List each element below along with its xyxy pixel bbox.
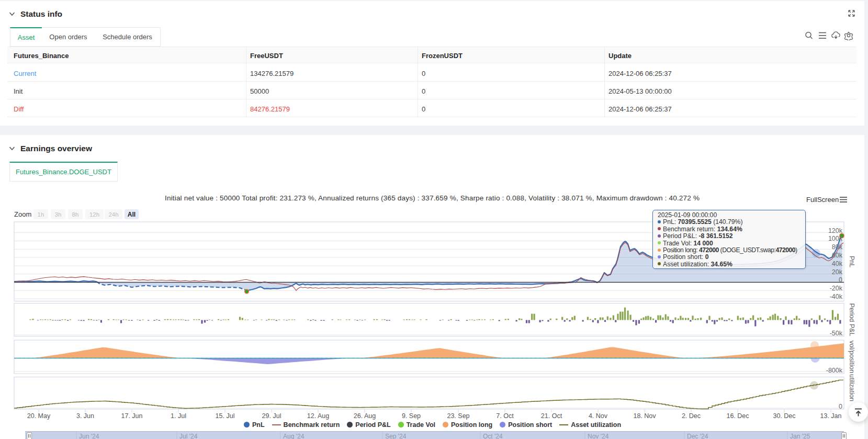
svg-text:Period P&L: Period P&L	[848, 303, 855, 336]
svg-text:3. Jun: 3. Jun	[76, 412, 94, 420]
svg-text:0: 0	[839, 403, 842, 410]
svg-text:18. Nov: 18. Nov	[633, 412, 656, 420]
svg-text:vol/position: vol/position	[848, 341, 855, 374]
svg-text:2. Dec: 2. Dec	[682, 412, 701, 420]
svg-text:12. Aug: 12. Aug	[307, 412, 329, 420]
svg-text:Aug '24: Aug '24	[283, 433, 305, 439]
svg-text:9. Sep: 9. Sep	[402, 412, 421, 420]
svg-text:13. Jan: 13. Jan	[820, 412, 841, 420]
svg-text:26. Aug: 26. Aug	[354, 412, 376, 420]
svg-text:7. Oct: 7. Oct	[496, 412, 514, 420]
svg-text:Jul '24: Jul '24	[179, 433, 198, 439]
svg-text:30. Dec: 30. Dec	[773, 412, 795, 420]
svg-text:40k: 40k	[832, 260, 843, 267]
svg-text:-40k: -40k	[830, 293, 843, 300]
svg-text:20k: 20k	[832, 268, 843, 276]
svg-text:80k: 80k	[832, 243, 843, 251]
svg-text:PnL: PnL	[848, 256, 855, 267]
svg-text:15. Jul: 15. Jul	[216, 412, 235, 420]
svg-text:Jan '25: Jan '25	[790, 433, 810, 439]
svg-text:-50k: -50k	[830, 330, 843, 337]
svg-text:23. Sep: 23. Sep	[447, 412, 469, 420]
svg-text:Oct '24: Oct '24	[483, 433, 503, 439]
svg-text:29. Jul: 29. Jul	[262, 412, 281, 420]
svg-text:Dec '24: Dec '24	[687, 433, 708, 439]
svg-text:1. Jul: 1. Jul	[171, 412, 186, 420]
svg-text:100k: 100k	[828, 235, 843, 242]
svg-text:20. May: 20. May	[27, 412, 51, 420]
svg-text:17. Jun: 17. Jun	[121, 412, 142, 420]
svg-text:21. Oct: 21. Oct	[541, 412, 562, 420]
svg-text:60k: 60k	[832, 252, 843, 259]
svg-text:0: 0	[839, 276, 842, 284]
svg-text:-20k: -20k	[830, 285, 843, 292]
svg-text:16. Dec: 16. Dec	[726, 412, 749, 420]
svg-text:Nov '24: Nov '24	[588, 433, 609, 439]
svg-text:Sep '24: Sep '24	[385, 433, 407, 439]
svg-text:-800k: -800k	[826, 367, 843, 374]
svg-text:120k: 120k	[828, 227, 843, 234]
svg-text:4. Nov: 4. Nov	[589, 412, 608, 420]
svg-text:utilization: utilization	[848, 374, 855, 401]
svg-text:Jun '24: Jun '24	[79, 433, 99, 439]
